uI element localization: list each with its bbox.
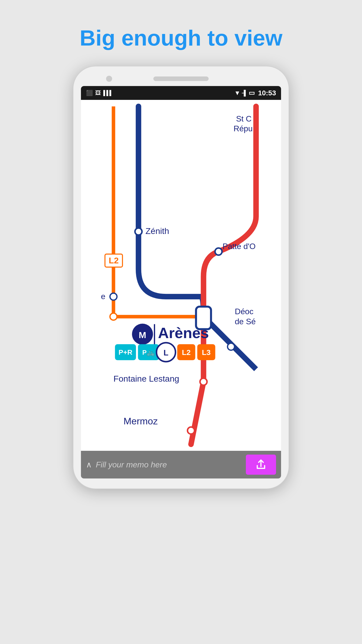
svg-text:de Sé: de Sé	[235, 317, 256, 326]
status-bar-left: ⬛ 🖼 ▌▌▌	[86, 90, 113, 96]
phone-frame: ⬛ 🖼 ▌▌▌ ▾ ▐ ▭ 10:53	[73, 66, 289, 489]
battery-icon: ▭	[249, 89, 255, 97]
page-title: Big enough to view	[80, 25, 283, 51]
svg-text:Arènes: Arènes	[158, 325, 209, 341]
svg-point-2	[110, 293, 117, 300]
svg-text:Fontaine Lestang: Fontaine Lestang	[113, 374, 179, 383]
svg-text:Mermoz: Mermoz	[123, 416, 158, 426]
svg-point-1	[215, 248, 222, 255]
share-button[interactable]	[246, 455, 276, 475]
clock: 10:53	[258, 89, 276, 97]
svg-text:L2: L2	[182, 348, 191, 356]
phone-speaker	[153, 76, 209, 81]
no-signal-icon: ▐	[242, 90, 246, 96]
wifi-icon: ▾	[236, 89, 239, 97]
signal-icon: ▌▌▌	[103, 90, 113, 96]
memo-placeholder[interactable]: Fill your memo here	[96, 460, 242, 469]
svg-text:St C: St C	[236, 114, 252, 123]
svg-point-3	[110, 313, 117, 320]
phone-screen: ⬛ 🖼 ▌▌▌ ▾ ▐ ▭ 10:53	[81, 86, 281, 478]
image-icon: 🖼	[95, 90, 101, 96]
memo-bar[interactable]: ∧ Fill your memo here	[81, 451, 281, 478]
svg-text:L2: L2	[109, 256, 119, 265]
svg-text:Déoc: Déoc	[235, 307, 253, 316]
svg-text:e: e	[101, 292, 106, 301]
svg-text:P🚲: P🚲	[142, 349, 155, 356]
transit-map-svg: L2 Zénith St C Répu Patte d'O e Déoc de …	[81, 100, 281, 451]
svg-point-0	[135, 228, 142, 235]
svg-text:P+R: P+R	[119, 348, 132, 356]
phone-camera	[106, 76, 112, 82]
svg-point-5	[228, 343, 235, 350]
svg-text:Répu: Répu	[234, 124, 253, 133]
svg-text:M: M	[139, 330, 146, 340]
status-bar: ⬛ 🖼 ▌▌▌ ▾ ▐ ▭ 10:53	[81, 86, 281, 100]
svg-text:Zénith: Zénith	[146, 226, 169, 236]
status-bar-right: ▾ ▐ ▭ 10:53	[236, 89, 276, 97]
map-area[interactable]: L2 Zénith St C Répu Patte d'O e Déoc de …	[81, 100, 281, 451]
chevron-up-icon: ∧	[86, 460, 92, 469]
share-icon	[255, 459, 266, 470]
svg-point-6	[200, 378, 207, 385]
notification-icon: ⬛	[86, 90, 93, 96]
svg-point-7	[188, 427, 195, 434]
svg-text:L: L	[164, 348, 168, 357]
svg-text:Patte d'O: Patte d'O	[222, 242, 256, 251]
svg-text:L3: L3	[202, 348, 211, 356]
phone-top-bar	[81, 76, 281, 81]
